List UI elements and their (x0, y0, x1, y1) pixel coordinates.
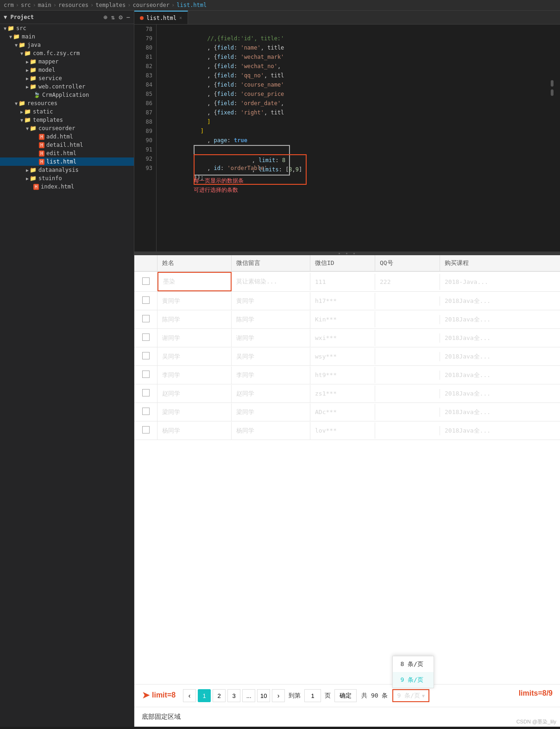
sidebar-close-icon[interactable]: − (126, 13, 130, 21)
tab-list-html[interactable]: list.html × (134, 11, 188, 24)
per-page-option-8[interactable]: 8 条/页 (393, 656, 434, 672)
page-1-btn[interactable]: 1 (198, 689, 211, 702)
checkbox[interactable] (142, 315, 150, 322)
checkbox[interactable] (142, 371, 150, 378)
breadcrumb-crm[interactable]: crm (4, 2, 14, 8)
tree-item-mapper[interactable]: ▶ 📁 mapper (0, 57, 134, 66)
tree-item-courseorder[interactable]: ▼ 📁 courseorder (0, 124, 134, 132)
tree-item-add-html[interactable]: H add.html (0, 132, 134, 141)
cell-check[interactable] (134, 403, 157, 421)
tree-arrow-stuinfo: ▶ (26, 176, 29, 181)
table-row: 杨同学 杨同学 lov*** 2018Java全... (134, 421, 560, 440)
tree-item-index-html[interactable]: H index.html (0, 182, 134, 191)
tree-label-dataanalysis: dataanalysis (38, 167, 79, 173)
checkbox[interactable] (142, 389, 150, 396)
cell-check[interactable] (134, 310, 157, 328)
per-page-option-9[interactable]: 9 条/页 (393, 672, 434, 688)
tree-item-webcontroller[interactable]: ▶ 📁 web.controller (0, 82, 134, 91)
checkbox[interactable] (142, 352, 150, 359)
spring-icon-crmapp: 🍃 (33, 92, 40, 98)
cell-course: 2018Java全... (440, 403, 523, 421)
cell-qq (375, 296, 440, 306)
page-prev-btn[interactable]: ‹ (183, 689, 196, 702)
sidebar-settings-icon[interactable]: ⚙ (119, 13, 122, 21)
sidebar-locate-icon[interactable]: ⊕ (103, 13, 107, 21)
folder-icon-service: 📁 (30, 75, 37, 82)
per-page-select[interactable]: 9 条/页 ▼ (392, 689, 429, 702)
breadcrumb: crm › src › main › resources › templates… (0, 0, 560, 11)
breadcrumb-src[interactable]: src (21, 2, 31, 8)
page-10-btn[interactable]: 10 (257, 689, 270, 702)
tree-arrow-templates: ▼ (20, 118, 23, 123)
cell-check[interactable] (134, 273, 157, 291)
tree-item-crmapp[interactable]: 🍃 CrmApplication (0, 91, 134, 99)
cell-check[interactable] (134, 384, 157, 402)
folder-icon-main: 📁 (13, 33, 20, 40)
watermark: CSDN @墨染_lily (516, 718, 556, 725)
breadcrumb-resources[interactable]: resources (58, 2, 88, 8)
breadcrumb-courseorder[interactable]: courseorder (133, 2, 170, 8)
breadcrumb-templates[interactable]: templates (95, 2, 126, 8)
tree-item-main[interactable]: ▼ 📁 main (0, 32, 134, 41)
cell-check[interactable] (134, 347, 157, 365)
tree-item-templates[interactable]: ▼ 📁 templates (0, 116, 134, 124)
folder-icon-courseorder: 📁 (30, 125, 37, 132)
tree-item-edit-html[interactable]: H edit.html (0, 149, 134, 157)
page-3-btn[interactable]: 3 (227, 689, 240, 702)
cell-wxid: ht9*** (310, 367, 375, 383)
tree-item-model[interactable]: ▶ 📁 model (0, 66, 134, 74)
cell-check[interactable] (134, 329, 157, 347)
cell-check[interactable] (134, 292, 157, 310)
col-header-check (134, 255, 157, 271)
tree-item-resources[interactable]: ▼ 📁 resources (0, 99, 134, 107)
checkbox[interactable] (142, 277, 150, 285)
tab-bar: list.html × (134, 11, 560, 25)
page-ellipsis-btn[interactable]: ... (242, 689, 255, 702)
col-header-weixin: 微信留言 (232, 255, 310, 271)
page-2-btn[interactable]: 2 (213, 689, 226, 702)
cell-qq (375, 315, 440, 324)
confirm-btn[interactable]: 确定 (334, 689, 357, 702)
checkbox[interactable] (142, 296, 150, 304)
folder-icon-dataanalysis: 📁 (30, 167, 37, 173)
project-sidebar: ▼ Project ⊕ ⇅ ⚙ − ▼ 📁 src ▼ 📁 main ▼ 📁 j (0, 11, 134, 727)
tree-item-static[interactable]: ▶ 📁 static (0, 107, 134, 116)
tree-item-list-html[interactable]: H list.html (0, 157, 134, 166)
split-divider[interactable]: • • • (134, 251, 560, 255)
cell-wxid: lov*** (310, 422, 375, 439)
cell-name: 陈同学 (157, 311, 232, 328)
tree-label-list: list.html (46, 158, 76, 165)
tree-item-detail-html[interactable]: H detail.html (0, 141, 134, 149)
tree-label-stuinfo: stuinfo (38, 175, 62, 182)
total-label: 共 90 条 (359, 689, 390, 702)
cell-weixin: 赵同学 (232, 385, 310, 402)
tree-item-src[interactable]: ▼ 📁 src (0, 24, 134, 32)
cell-check[interactable] (134, 421, 157, 440)
annotation-limits: 可进行选择的条数 (194, 187, 238, 193)
tree-item-com[interactable]: ▼ 📁 com.fc.zsy.crm (0, 49, 134, 57)
cell-check[interactable] (134, 366, 157, 384)
cell-weixin: 杨同学 (232, 422, 310, 440)
tab-label: list.html (146, 15, 176, 21)
tree-item-stuinfo[interactable]: ▶ 📁 stuinfo (0, 174, 134, 182)
cell-qq (375, 408, 440, 417)
folder-icon-resources: 📁 (19, 100, 25, 107)
tab-close-icon[interactable]: × (179, 15, 182, 20)
cell-name: 李同学 (157, 366, 232, 384)
checkbox[interactable] (142, 408, 150, 415)
tree-item-java[interactable]: ▼ 📁 java (0, 41, 134, 49)
limit-annotation: ➤ limit=8 (142, 689, 176, 701)
tree-item-dataanalysis[interactable]: ▶ 📁 dataanalysis (0, 166, 134, 174)
tree-item-service[interactable]: ▶ 📁 service (0, 74, 134, 82)
sidebar-collapse-icon[interactable]: ⇅ (111, 13, 115, 21)
page-next-btn[interactable]: › (272, 689, 285, 702)
sidebar-title: ▼ Project (4, 14, 34, 20)
checkbox[interactable] (142, 333, 150, 341)
table-body: 墨染 莫让素锦染... 111 222 2018-Java... 黄同学 黄同学… (134, 272, 560, 684)
breadcrumb-main[interactable]: main (38, 2, 51, 8)
checkbox[interactable] (142, 426, 150, 434)
breadcrumb-file[interactable]: list.html (176, 2, 207, 8)
goto-input[interactable] (304, 689, 321, 702)
pagination-area: ➤ limit=8 ‹ 1 2 3 ... 10 › 到第 页 确定 共 90 … (134, 684, 560, 707)
table-row: 赵同学 赵同学 zs1*** 2018Java全... (134, 384, 560, 403)
